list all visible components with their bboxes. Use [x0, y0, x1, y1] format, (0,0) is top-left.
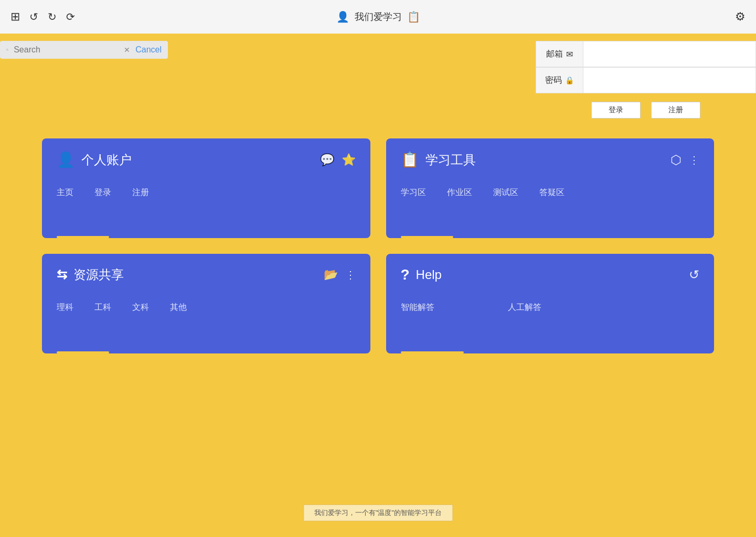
register-link[interactable]: 注册	[132, 185, 149, 200]
help-links: 智能解答 人工解答	[401, 300, 700, 315]
gear-icon: ⚙	[735, 10, 746, 23]
personal-account-actions: 💬 ⭐	[320, 153, 356, 167]
science-link[interactable]: 理科	[57, 300, 73, 315]
help-title: Help	[416, 267, 683, 282]
more-icon[interactable]: ⋮	[689, 155, 699, 165]
search-bar: ✕ Cancel	[0, 41, 168, 59]
other-link[interactable]: 其他	[170, 300, 187, 315]
topbar-center: 👤 我们爱学习 📋	[336, 10, 420, 23]
learning-tools-links: 学习区 作业区 测试区 答疑区	[401, 185, 700, 200]
login-button[interactable]: 登录	[591, 102, 641, 119]
humanities-link[interactable]: 文科	[132, 300, 149, 315]
footer-text: 我们爱学习，一个有"温度"的智能学习平台	[314, 509, 442, 517]
personal-account-links: 主页 登录 注册	[57, 185, 356, 200]
resource-sharing-title: 资源共享	[73, 266, 317, 283]
cards-area: 👤 个人账户 💬 ⭐ 主页 登录 注册 📋 学习工具 ⬡ ⋮ 学习区 作业区	[0, 96, 756, 374]
card-header-help: ? Help ↺	[401, 266, 700, 283]
svg-line-1	[8, 50, 8, 51]
password-text: 密码	[545, 75, 562, 86]
undo-icon[interactable]: ↺	[29, 10, 38, 23]
star-icon[interactable]: ⭐	[342, 153, 356, 167]
ai-answer-link[interactable]: 智能解答	[401, 300, 434, 315]
search-input[interactable]	[14, 45, 119, 55]
learning-tools-card: 📋 学习工具 ⬡ ⋮ 学习区 作业区 测试区 答疑区	[386, 138, 715, 238]
card-indicator-learning	[401, 236, 453, 238]
test-zone-link[interactable]: 测试区	[493, 185, 518, 200]
human-answer-link[interactable]: 人工解答	[508, 300, 541, 315]
search-icon	[6, 46, 8, 54]
svg-point-0	[6, 49, 8, 50]
redo-icon[interactable]: ↻	[48, 10, 57, 23]
resource-sharing-links: 理科 工科 文科 其他	[57, 300, 356, 315]
folder-icon[interactable]: 📂	[324, 268, 338, 282]
card-header-resource: ⇆ 资源共享 📂 ⋮	[57, 266, 356, 283]
learning-tools-icon: 📋	[401, 151, 419, 168]
help-icon: ?	[401, 266, 410, 283]
email-row: 邮箱 ✉	[536, 41, 756, 67]
email-label: 邮箱 ✉	[536, 41, 583, 67]
app-title: 我们爱学习	[355, 10, 402, 23]
login-link[interactable]: 登录	[94, 185, 111, 200]
login-form: 邮箱 ✉ 密码 🔒 登录 注册	[536, 41, 756, 119]
topbar-left: ⊞ ↺ ↻ ⟳	[10, 10, 75, 24]
search-clear-icon[interactable]: ✕	[124, 46, 130, 54]
topbar: ⊞ ↺ ↻ ⟳ 👤 我们爱学习 📋 ⚙	[0, 0, 756, 34]
password-icon: 🔒	[565, 76, 574, 84]
card-indicator-personal	[57, 236, 109, 238]
card-header-personal: 👤 个人账户 💬 ⭐	[57, 151, 356, 168]
study-zone-link[interactable]: 学习区	[401, 185, 426, 200]
cube-icon[interactable]: ⬡	[670, 153, 682, 167]
chat-icon[interactable]: 💬	[320, 153, 334, 167]
footer: 我们爱学习，一个有"温度"的智能学习平台	[303, 504, 453, 521]
learning-tools-title: 学习工具	[425, 152, 665, 168]
more-icon-resource[interactable]: ⋮	[345, 268, 356, 281]
settings-button[interactable]: ⚙	[735, 10, 746, 24]
help-actions: ↺	[689, 267, 699, 282]
resource-sharing-icon: ⇆	[57, 267, 67, 282]
register-button[interactable]: 注册	[651, 102, 700, 119]
personal-account-title: 个人账户	[81, 152, 314, 168]
password-row: 密码 🔒	[536, 67, 756, 93]
homework-zone-link[interactable]: 作业区	[447, 185, 472, 200]
qa-zone-link[interactable]: 答疑区	[539, 185, 565, 200]
search-cancel-button[interactable]: Cancel	[135, 45, 162, 55]
resource-sharing-card: ⇆ 资源共享 📂 ⋮ 理科 工科 文科 其他	[42, 254, 370, 353]
email-text: 邮箱	[546, 49, 563, 60]
help-card: ? Help ↺ 智能解答 人工解答	[386, 254, 715, 353]
card-indicator-resource	[57, 351, 109, 353]
email-input[interactable]	[583, 41, 755, 67]
learning-tools-actions: ⬡ ⋮	[670, 153, 699, 167]
refresh-icon[interactable]: ↺	[689, 267, 699, 282]
engineering-link[interactable]: 工科	[94, 300, 111, 315]
login-buttons: 登录 注册	[536, 102, 756, 119]
card-indicator-help	[401, 351, 464, 353]
topbar-book-icon: 📋	[407, 10, 420, 23]
card-header-learning: 📋 学习工具 ⬡ ⋮	[401, 151, 700, 168]
resource-sharing-actions: 📂 ⋮	[324, 268, 356, 282]
home-link[interactable]: 主页	[57, 185, 73, 200]
personal-account-icon: 👤	[57, 151, 75, 168]
password-input[interactable]	[583, 68, 755, 93]
personal-account-card: 👤 个人账户 💬 ⭐ 主页 登录 注册	[42, 138, 370, 238]
password-label: 密码 🔒	[536, 68, 583, 93]
grid-icon[interactable]: ⊞	[10, 10, 20, 24]
topbar-user-icon: 👤	[336, 10, 349, 23]
sync-icon[interactable]: ⟳	[66, 10, 75, 23]
email-icon: ✉	[566, 49, 573, 59]
